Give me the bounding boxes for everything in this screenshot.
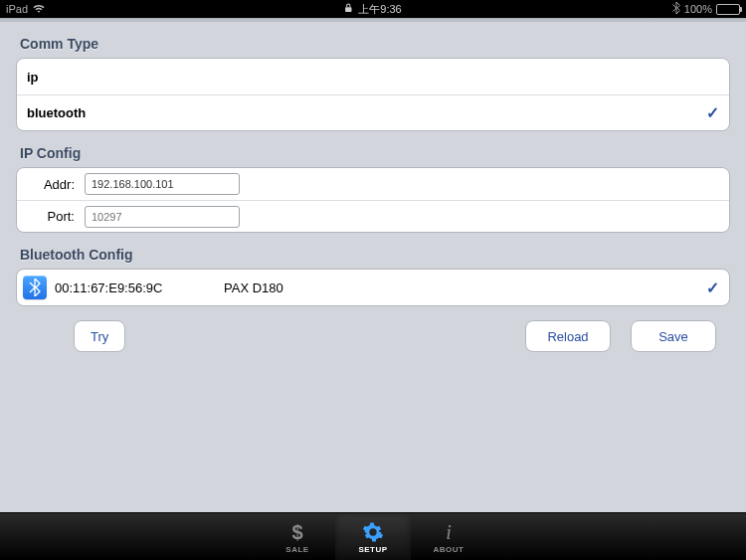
tab-about[interactable]: i ABOUT (411, 513, 486, 560)
svg-text:$: $ (291, 521, 302, 543)
svg-text:i: i (446, 521, 452, 543)
bluetooth-badge-icon (23, 276, 47, 299)
bluetooth-icon (672, 2, 680, 16)
tab-sale[interactable]: $ SALE (260, 513, 335, 560)
status-bar: iPad 上午9:36 100% (0, 0, 746, 18)
addr-input[interactable] (85, 173, 240, 195)
option-label: bluetooth (27, 105, 706, 120)
save-button[interactable]: Save (631, 320, 716, 352)
tab-bar: $ SALE SETUP i ABOUT (0, 512, 746, 560)
tab-setup[interactable]: SETUP (335, 513, 411, 560)
carrier-label: iPad (6, 3, 28, 15)
comm-type-option-bluetooth[interactable]: bluetooth ✓ (17, 94, 729, 130)
bluetooth-mac: 00:11:67:E9:56:9C (55, 280, 224, 295)
ip-addr-row: Addr: (17, 168, 729, 200)
bluetooth-device-row[interactable]: 00:11:67:E9:56:9C PAX D180 ✓ (17, 270, 729, 305)
tab-label: SALE (285, 545, 308, 554)
button-row: Try Reload Save (16, 320, 730, 352)
checkmark-icon: ✓ (706, 103, 719, 122)
try-button[interactable]: Try (74, 320, 125, 352)
clock-time: 上午9:36 (358, 2, 401, 17)
info-icon: i (440, 520, 458, 544)
bluetooth-config-group: 00:11:67:E9:56:9C PAX D180 ✓ (16, 269, 730, 306)
svg-rect-0 (345, 7, 351, 12)
checkmark-icon: ✓ (706, 279, 719, 297)
ip-port-row: Port: (17, 200, 729, 232)
section-header-comm-type: Comm Type (20, 36, 726, 52)
battery-icon (716, 4, 740, 15)
wifi-icon (32, 3, 46, 16)
main-content: Comm Type ip bluetooth ✓ IP Config Addr:… (0, 22, 746, 512)
comm-type-group: ip bluetooth ✓ (16, 58, 730, 131)
dollar-icon: $ (288, 520, 306, 544)
ip-config-group: Addr: Port: (16, 167, 730, 233)
port-label: Port: (27, 209, 75, 224)
battery-percent: 100% (684, 3, 712, 15)
reload-button[interactable]: Reload (525, 320, 611, 352)
tab-label: SETUP (358, 545, 387, 554)
port-input[interactable] (85, 206, 240, 228)
option-label: ip (27, 70, 719, 85)
tab-label: ABOUT (434, 545, 465, 554)
section-header-bluetooth-config: Bluetooth Config (20, 247, 726, 263)
comm-type-option-ip[interactable]: ip (17, 59, 729, 94)
gear-icon (362, 520, 384, 544)
addr-label: Addr: (27, 177, 75, 192)
section-header-ip-config: IP Config (20, 145, 726, 161)
lock-icon (344, 3, 352, 15)
bluetooth-device-name: PAX D180 (224, 280, 283, 295)
